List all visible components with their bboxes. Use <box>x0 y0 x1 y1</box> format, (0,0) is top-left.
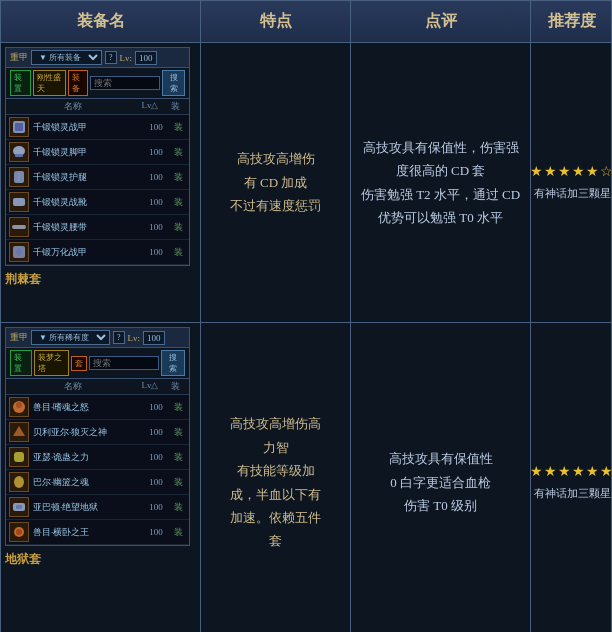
col-header-feature: 特点 <box>201 1 351 42</box>
list-item[interactable]: 巴尔·幽篮之魂 100 装 <box>6 470 189 495</box>
item-lv: 100 <box>144 172 168 182</box>
set-name-2: 地狱套 <box>5 546 41 571</box>
level-value[interactable]: 100 <box>135 51 157 65</box>
list-item[interactable]: 贝利亚尔·狼灭之神 100 装 <box>6 420 189 445</box>
tag-filter2[interactable]: 刚性盛天 <box>33 70 66 96</box>
equip-cell-2: 重甲 ▼ 所有稀有度 ? Lv: 100 装置 装梦之塔 套 搜索 名称 <box>1 323 201 632</box>
item-icon <box>9 117 29 137</box>
tag-equip[interactable]: 装置 <box>10 70 31 96</box>
item-name: 兽目·嗜魂之怒 <box>33 402 142 413</box>
list-item[interactable]: 千锻锁灵护腿 100 装 <box>6 165 189 190</box>
review-cell-1: 高技攻具有保值性，伤害强度很高的 CD 套伤害勉强 T2 水平，通过 CD优势可… <box>351 43 531 322</box>
list-header-1: 名称 Lv△ 装 <box>6 99 189 115</box>
stars-cell-2: ★★★★★★ 有神话加三颗星 <box>531 323 612 632</box>
equip-filter-dropdown[interactable]: ▼ 所有装备 <box>31 50 102 65</box>
svg-point-10 <box>16 402 22 408</box>
svg-marker-11 <box>13 426 25 436</box>
search-button-2[interactable]: 搜索 <box>161 350 185 376</box>
item-check: 装 <box>170 526 186 539</box>
table-header: 装备名 特点 点评 推荐度 <box>1 1 611 43</box>
feature-cell-2: 高技攻高增伤高力智有技能等级加成，半血以下有加速。依赖五件套 <box>201 323 351 632</box>
help-btn-2[interactable]: ? <box>113 331 125 344</box>
stars-note-2: 有神话加三颗星 <box>534 485 611 502</box>
equip-cell-1: 重甲 ▼ 所有装备 ? Lv: 100 装置 刚性盛天 装备 搜索 名称 <box>1 43 201 322</box>
feature-text-2: 高技攻高增伤高力智有技能等级加成，半血以下有加速。依赖五件套 <box>230 412 321 552</box>
list-item[interactable]: 千锻锁灵腰带 100 装 <box>6 215 189 240</box>
item-name: 亚瑟·诡蛊之力 <box>33 452 142 463</box>
search-bar-2: 装置 装梦之塔 套 搜索 <box>6 348 189 379</box>
list-item[interactable]: 兽目·嗜魂之怒 100 装 <box>6 395 189 420</box>
item-name: 千锻锁灵护腿 <box>33 172 142 183</box>
tag2-equip[interactable]: 装置 <box>10 350 32 376</box>
filter-label-2: 重甲 <box>10 331 28 344</box>
item-check: 装 <box>170 426 186 439</box>
search-bar-1: 装置 刚性盛天 装备 搜索 <box>6 68 189 99</box>
search-input-2[interactable] <box>89 356 159 370</box>
item-lv: 100 <box>144 247 168 257</box>
search-button-1[interactable]: 搜索 <box>162 70 185 96</box>
list-item[interactable]: 千锻万化战甲 100 装 <box>6 240 189 265</box>
list-item[interactable]: 亚瑟·诡蛊之力 100 装 <box>6 445 189 470</box>
svg-rect-12 <box>14 452 24 462</box>
list-item[interactable]: 千锻锁灵战甲 100 装 <box>6 115 189 140</box>
item-check: 装 <box>170 246 186 259</box>
table-row: 重甲 ▼ 所有装备 ? Lv: 100 装置 刚性盛天 装备 搜索 名称 <box>1 43 611 323</box>
review-text-2: 高技攻具有保值性0 白字更适合血枪伤害 T0 级别 <box>389 447 493 517</box>
list-header-2: 名称 Lv△ 装 <box>6 379 189 395</box>
item-name: 贝利亚尔·狼灭之神 <box>33 427 142 438</box>
stars-note-1: 有神话加三颗星 <box>534 185 611 202</box>
item-name: 亚巴顿·绝望地狱 <box>33 502 142 513</box>
item-check: 装 <box>170 146 186 159</box>
equip-filter-dropdown-2[interactable]: ▼ 所有稀有度 <box>31 330 110 345</box>
set-name-1: 荆棘套 <box>5 266 41 291</box>
item-icon <box>9 397 29 417</box>
item-lv: 100 <box>144 222 168 232</box>
item-icon <box>9 142 29 162</box>
item-lv: 100 <box>144 122 168 132</box>
item-icon <box>9 217 29 237</box>
list-item[interactable]: 千锻锁灵脚甲 100 装 <box>6 140 189 165</box>
col-header-recommend: 推荐度 <box>531 1 612 42</box>
svg-rect-6 <box>13 198 25 206</box>
item-icon <box>9 472 29 492</box>
item-name: 千锻锁灵战甲 <box>33 122 142 133</box>
tag2-filter2[interactable]: 装梦之塔 <box>34 350 70 376</box>
equip-panel-1: 重甲 ▼ 所有装备 ? Lv: 100 装置 刚性盛天 装备 搜索 名称 <box>5 47 190 266</box>
svg-rect-3 <box>15 154 23 157</box>
equip-top-bar: 重甲 ▼ 所有装备 ? Lv: 100 <box>6 48 189 68</box>
equip-panel-2: 重甲 ▼ 所有稀有度 ? Lv: 100 装置 装梦之塔 套 搜索 名称 <box>5 327 190 546</box>
item-icon <box>9 422 29 442</box>
level-value-2[interactable]: 100 <box>143 331 165 345</box>
item-name: 千锻锁灵腰带 <box>33 222 142 233</box>
col-header-equip: 装备名 <box>1 1 201 42</box>
level-label-2: Lv: <box>128 333 141 343</box>
tag-equip2[interactable]: 装备 <box>68 70 89 96</box>
filter-label: 重甲 <box>10 51 28 64</box>
item-lv: 100 <box>144 197 168 207</box>
svg-point-17 <box>16 529 22 535</box>
review-cell-2: 高技攻具有保值性0 白字更适合血枪伤害 T0 级别 <box>351 323 531 632</box>
item-lv: 100 <box>144 427 168 437</box>
help-btn[interactable]: ? <box>105 51 117 64</box>
item-name: 千锻锁灵战靴 <box>33 197 142 208</box>
item-lv: 100 <box>144 502 168 512</box>
col-header-review: 点评 <box>351 1 531 42</box>
item-check: 装 <box>170 501 186 514</box>
stars-1: ★★★★★☆ <box>530 163 612 180</box>
item-name: 兽目·横卧之王 <box>33 527 142 538</box>
item-lv: 100 <box>144 402 168 412</box>
tag2-equip2[interactable]: 套 <box>71 356 87 371</box>
equip-top-bar-2: 重甲 ▼ 所有稀有度 ? Lv: 100 <box>6 328 189 348</box>
svg-rect-7 <box>12 225 26 229</box>
item-lv: 100 <box>144 477 168 487</box>
list-item[interactable]: 千锻锁灵战靴 100 装 <box>6 190 189 215</box>
item-lv: 100 <box>144 452 168 462</box>
search-input-1[interactable] <box>90 76 160 90</box>
item-icon <box>9 242 29 262</box>
stars-container-2: ★★★★★★ 有神话加三颗星 <box>530 463 612 502</box>
list-item[interactable]: 亚巴顿·绝望地狱 100 装 <box>6 495 189 520</box>
svg-rect-1 <box>15 123 23 131</box>
list-item[interactable]: 兽目·横卧之王 100 装 <box>6 520 189 545</box>
item-check: 装 <box>170 401 186 414</box>
level-label: Lv: <box>120 53 133 63</box>
